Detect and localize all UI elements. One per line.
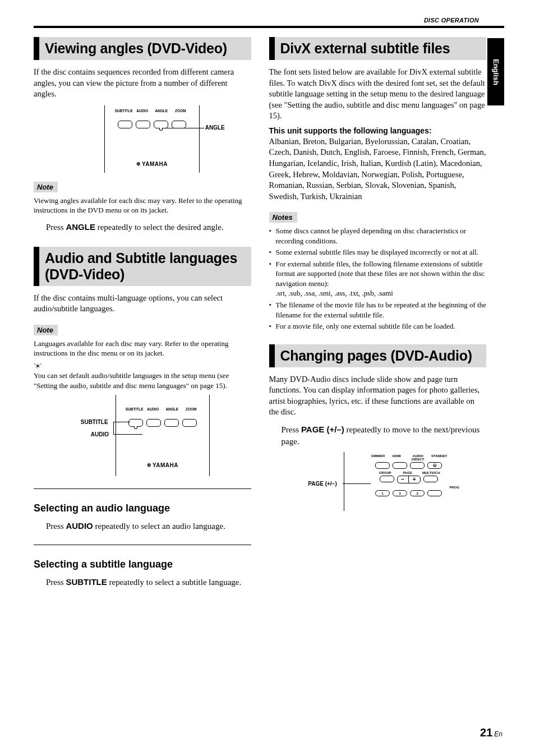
btn-label: STANDBY (431, 454, 448, 461)
btn-label-zoom: ZOOM (172, 109, 189, 113)
yamaha-logo: YAMAHA (147, 462, 178, 468)
callout-page: PAGE (+/−) (308, 481, 337, 487)
intro-viewing-angles: If the disc contains sequences recorded … (34, 67, 251, 100)
yamaha-logo: YAMAHA (136, 161, 168, 167)
key-name: PAGE (+/–) (301, 425, 344, 434)
step-press-page: Press PAGE (+/–) repeatedly to move to t… (282, 423, 487, 448)
notes-label: Notes (269, 212, 297, 223)
remote-num-2: 2 (393, 490, 407, 496)
remote-button (136, 121, 150, 128)
intro-audio-subtitle: If the disc contains multi-language opti… (34, 293, 251, 315)
heading-line1: Audio and Subtitle languages (45, 250, 237, 266)
page-number: 21En (480, 726, 502, 739)
key-name: ANGLE (66, 222, 95, 232)
callout-angle: ANGLE (205, 125, 225, 131)
remote-button (146, 419, 161, 427)
callout-line (113, 422, 114, 434)
key-name: SUBTITLE (66, 577, 107, 587)
right-column: DivX external subtitle files The font se… (269, 37, 505, 588)
languages-list: Albanian, Breton, Bulgarian, Byelorussia… (269, 136, 487, 202)
remote-button (182, 419, 197, 427)
remote-num-3: 3 (410, 490, 425, 496)
text: Press (282, 425, 301, 434)
callout-subtitle: SUBTITLE (81, 419, 108, 425)
tip-text: You can set default audio/subtitle langu… (34, 371, 251, 390)
heading-viewing-angles: Viewing angles (DVD-Video) (34, 37, 251, 60)
text: Press (46, 578, 66, 587)
remote-button (427, 490, 442, 496)
btn-label-zoom: ZOOM (183, 407, 200, 411)
subheading-subtitle-language: Selecting a subtitle language (34, 555, 251, 570)
section-header-label: DISC OPERATION (424, 17, 479, 24)
note-item: For a movie file, only one external subt… (269, 321, 487, 331)
heading-line2: (DVD-Video) (45, 266, 246, 283)
page-number-value: 21 (480, 726, 492, 739)
remote-button (380, 476, 394, 482)
note-item: For external subtitle files, the followi… (269, 259, 487, 298)
step-press-audio: Press AUDIO repeatedly to select an audi… (46, 520, 251, 532)
remote-diagram-page: DIMMER HDMI AUDIO DIRECT STANDBY GROUP P… (282, 452, 473, 511)
remote-button (393, 462, 407, 469)
remote-diagram-subtitle-audio: SUBTITLE AUDIO ANGLE ZOOM YAMAHA SUBTITL… (53, 395, 232, 476)
remote-button (375, 462, 390, 469)
subheading-audio-language: Selecting an audio language (34, 499, 251, 514)
note-item: Some discs cannot be played depending on… (269, 226, 487, 246)
heading-audio-subtitle: Audio and Subtitle languages (DVD-Video) (34, 247, 251, 286)
btn-label-audio: AUDIO (145, 407, 162, 411)
intro-divx: The font sets listed below are available… (269, 67, 487, 122)
header-rule (34, 26, 504, 28)
remote-diagram-angle: SUBTITLE AUDIO ANGLE ZOOM YAMAHA ANGLE (58, 105, 227, 173)
btn-label: AUDIO DIRECT (407, 454, 429, 461)
note-text-lang: Languages available for each disc may va… (34, 339, 251, 358)
btn-label-angle: ANGLE (164, 407, 181, 411)
remote-button (128, 419, 143, 427)
btn-label: PAGE (395, 471, 420, 474)
btn-label: DIMMER (370, 454, 386, 461)
btn-label: HDMI (388, 454, 405, 461)
notes-list-divx: Some discs cannot be played depending on… (269, 226, 487, 331)
intro-changing-pages: Many DVD-Audio discs include slide show … (269, 374, 487, 418)
callout-line (113, 422, 130, 422)
rule (34, 488, 251, 489)
btn-label-prog: PROG (446, 486, 463, 489)
heading-divx: DivX external subtitle files (269, 37, 487, 60)
key-name: AUDIO (66, 521, 93, 531)
callout-line (113, 434, 142, 435)
tip-icon: `☀´ (34, 363, 251, 370)
language-tab-text: English (492, 59, 500, 85)
note-item: The filename of the movie file has to be… (269, 300, 487, 320)
step-press-subtitle: Press SUBTITLE repeatedly to select a su… (46, 576, 251, 588)
note-item: Some external subtitle files may be disp… (269, 247, 487, 257)
note-label: Note (34, 182, 58, 192)
text: Press (46, 223, 66, 232)
step-press-angle: Press ANGLE repeatedly to select the des… (46, 221, 251, 233)
callout-line (343, 483, 371, 484)
btn-label: GROUP (377, 471, 394, 474)
remote-button (118, 121, 132, 128)
text: repeatedly to select an audio language. (93, 522, 225, 531)
remote-button (410, 462, 425, 469)
btn-label-subtitle: SUBTITLE (126, 407, 142, 411)
callout-line (165, 128, 204, 128)
remote-button (423, 476, 438, 482)
note-label: Note (34, 325, 58, 335)
languages-heading: This unit supports the following languag… (269, 126, 487, 135)
remote-num-1: 1 (375, 490, 390, 496)
text: repeatedly to select a subtitle language… (107, 578, 242, 587)
note-text-angle: Viewing angles available for each disc m… (34, 196, 251, 215)
heading-changing-pages: Changing pages (DVD-Audio) (269, 344, 487, 367)
page-number-lang: En (494, 730, 502, 738)
btn-label-subtitle: SUBTITLE (115, 109, 132, 113)
remote-button (172, 121, 186, 128)
language-tab: English (487, 38, 504, 105)
text: repeatedly to select the desired angle. (95, 223, 224, 232)
two-column-layout: Viewing angles (DVD-Video) If the disc c… (34, 37, 504, 588)
btn-label-audio: AUDIO (134, 109, 151, 113)
text: Press (46, 522, 66, 531)
remote-button (154, 121, 168, 128)
btn-label: MULTI/2CH (422, 471, 441, 474)
remote-button-standby (427, 462, 442, 469)
remote-button-page: −+ (397, 476, 421, 483)
left-column: Viewing angles (DVD-Video) If the disc c… (34, 37, 251, 588)
callout-audio: AUDIO (91, 431, 109, 437)
